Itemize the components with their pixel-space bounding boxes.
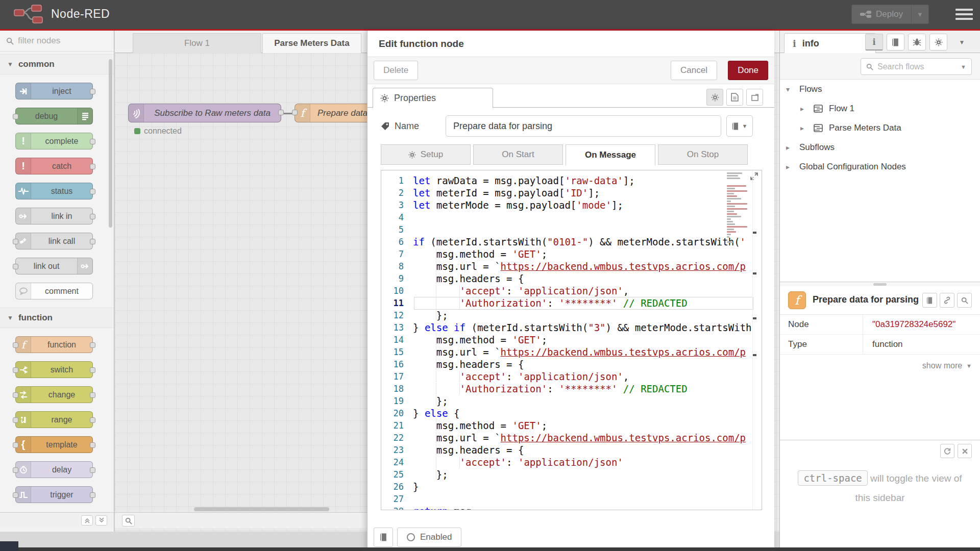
code-line-2[interactable]: 2let meterId = msg.payload['ID']; xyxy=(381,187,762,199)
palette-node-status[interactable]: status xyxy=(15,183,93,199)
code-line-11[interactable]: 11 'Authorization': '********' // REDACT… xyxy=(381,297,762,309)
show-more-link[interactable]: show more ▼ xyxy=(922,361,972,370)
workspace-tab-Flow-1[interactable]: Flow 1 xyxy=(133,33,261,53)
mqtt-subscribe-node[interactable]: Subscribe to Raw meters data xyxy=(128,104,281,122)
tab-setup[interactable]: Setup xyxy=(381,144,471,165)
expand-dialog-button[interactable] xyxy=(746,89,763,106)
chevron-right-icon[interactable]: ▸ xyxy=(800,124,807,132)
palette-node-link-out[interactable]: link out xyxy=(15,258,93,274)
palette-node-comment[interactable]: comment xyxy=(15,283,93,299)
palette-node-debug[interactable]: debug xyxy=(15,108,93,124)
palette-node-template[interactable]: {template xyxy=(15,436,93,453)
tab-properties[interactable]: Properties xyxy=(373,88,493,108)
code-line-27[interactable]: 27 xyxy=(381,493,762,505)
editor-scrollbar[interactable] xyxy=(752,170,757,510)
sidebar-help-button[interactable] xyxy=(887,34,904,51)
palette-collapse-all-button[interactable] xyxy=(81,515,93,525)
code-line-23[interactable]: 23 msg.headers = { xyxy=(381,444,762,456)
sidebar-config-button[interactable] xyxy=(929,34,947,51)
chevron-right-icon[interactable]: ▸ xyxy=(786,163,793,171)
code-line-25[interactable]: 25 }; xyxy=(381,468,762,481)
code-line-18[interactable]: 18 'Authorization': '********' // REDACT… xyxy=(381,383,762,395)
palette-node-inject[interactable]: inject xyxy=(15,83,93,99)
code-line-4[interactable]: 4 xyxy=(381,211,762,223)
deploy-button-main[interactable]: Deploy xyxy=(852,9,911,19)
node-name-input[interactable] xyxy=(446,115,721,137)
node-link-button[interactable] xyxy=(940,293,954,308)
code-line-12[interactable]: 12 }; xyxy=(381,309,762,321)
palette-node-link-in[interactable]: link in xyxy=(15,208,93,224)
tab-on-stop[interactable]: On Stop xyxy=(658,144,748,165)
code-line-13[interactable]: 13} else if (meterId.startsWith("3") && … xyxy=(381,321,762,334)
code-line-16[interactable]: 16 msg.headers = { xyxy=(381,358,762,370)
code-line-1[interactable]: 1let rawData = msg.payload['raw-data']; xyxy=(381,174,762,187)
code-line-19[interactable]: 19 }; xyxy=(381,395,762,407)
code-line-9[interactable]: 9 msg.headers = { xyxy=(381,272,762,285)
code-line-6[interactable]: 6if (meterId.startsWith("0101-") && mete… xyxy=(381,236,762,248)
palette-scrollbar[interactable] xyxy=(109,52,113,256)
minimap[interactable] xyxy=(727,172,748,244)
tree-item-flows[interactable]: ▾Flows xyxy=(780,80,980,99)
code-line-8[interactable]: 8 msg.url = `https://backend.wmbus.testv… xyxy=(381,260,762,272)
sidebar-menu-caret[interactable]: ▼ xyxy=(953,34,971,51)
cancel-button[interactable]: Cancel xyxy=(671,61,717,80)
palette-node-change[interactable]: change xyxy=(15,386,93,403)
tab-info[interactable]: i info xyxy=(784,33,876,53)
tree-item-subflows[interactable]: ▸Subflows xyxy=(780,138,980,157)
code-line-10[interactable]: 10 'accept': 'application/json', xyxy=(381,285,762,297)
delete-button[interactable]: Delete xyxy=(374,61,418,80)
sidebar-info-button[interactable]: i xyxy=(865,34,883,51)
search-flows-input[interactable]: Search flows ▼ xyxy=(861,58,972,75)
deploy-button[interactable]: Deploy ▼ xyxy=(851,5,929,24)
chevron-right-icon[interactable]: ▸ xyxy=(786,143,793,152)
node-description-footer-button[interactable] xyxy=(374,528,393,547)
tree-item-global-configuration-nodes[interactable]: ▸Global Configuration Nodes xyxy=(780,157,980,177)
tab-on-message[interactable]: On Message xyxy=(566,144,655,166)
code-line-17[interactable]: 17 'accept': 'application/json', xyxy=(381,370,762,383)
code-line-22[interactable]: 22 msg.url = `https://backend.wmbus.test… xyxy=(381,432,762,444)
tree-item-parse-meters-data[interactable]: ▸Parse Meters Data xyxy=(780,118,980,138)
done-button[interactable]: Done xyxy=(728,61,768,80)
code-line-28[interactable]: 28return msg; xyxy=(381,505,762,510)
palette-node-delay[interactable]: delay xyxy=(15,461,93,478)
palette-node-trigger[interactable]: trigger xyxy=(15,486,93,503)
code-line-21[interactable]: 21 msg.method = 'GET'; xyxy=(381,419,762,432)
tree-item-flow-1[interactable]: ▸Flow 1 xyxy=(780,99,980,118)
node-enabled-toggle[interactable]: Enabled xyxy=(397,528,461,547)
tab-on-start[interactable]: On Start xyxy=(473,144,563,165)
node-search-button[interactable] xyxy=(957,293,972,308)
workspace-tab-Parse-Meters-Data[interactable]: Parse Meters Data xyxy=(262,33,361,53)
tip-refresh-button[interactable] xyxy=(940,444,954,458)
main-menu-button[interactable] xyxy=(955,7,973,22)
palette-node-catch[interactable]: !catch xyxy=(15,158,93,174)
name-label-options-button[interactable]: ▼ xyxy=(726,115,753,137)
code-line-26[interactable]: 26} xyxy=(381,481,762,493)
code-line-3[interactable]: 3let meterMode = msg.payload['mode']; xyxy=(381,199,762,211)
sidebar-debug-button[interactable] xyxy=(908,34,926,51)
chevron-right-icon[interactable]: ▸ xyxy=(800,105,807,113)
palette-node-function[interactable]: ffunction xyxy=(15,336,93,353)
node-description-button[interactable] xyxy=(726,89,743,106)
mqtt-node-output-port[interactable] xyxy=(278,110,284,115)
code-line-24[interactable]: 24 'accept': 'application/json' xyxy=(381,456,762,468)
palette-filter[interactable]: filter nodes xyxy=(0,31,114,52)
node-help-button[interactable] xyxy=(922,293,937,308)
code-line-15[interactable]: 15 msg.url = `https://backend.wmbus.test… xyxy=(381,346,762,358)
palette-node-link-call[interactable]: link call xyxy=(15,233,93,249)
code-line-5[interactable]: 5 xyxy=(381,223,762,236)
palette-category-function[interactable]: ▼function xyxy=(0,308,114,328)
workspace-horizontal-scrollbar[interactable] xyxy=(194,507,368,512)
palette-node-range[interactable]: range xyxy=(15,411,93,428)
palette-node-complete[interactable]: !complete xyxy=(15,133,93,149)
palette-expand-all-button[interactable] xyxy=(95,515,107,525)
palette-node-switch[interactable]: switch xyxy=(15,361,93,378)
code-line-20[interactable]: 20} else { xyxy=(381,407,762,419)
workspace-search-button[interactable] xyxy=(122,515,135,527)
function-node-input-port[interactable] xyxy=(292,110,298,115)
code-line-7[interactable]: 7 msg.method = 'GET'; xyxy=(381,248,762,260)
palette-category-common[interactable]: ▼common xyxy=(0,54,114,74)
node-settings-button[interactable] xyxy=(706,89,723,106)
deploy-options-caret[interactable]: ▼ xyxy=(911,5,928,23)
code-line-14[interactable]: 14 msg.method = 'GET'; xyxy=(381,334,762,346)
chevron-down-icon[interactable]: ▾ xyxy=(786,85,793,93)
